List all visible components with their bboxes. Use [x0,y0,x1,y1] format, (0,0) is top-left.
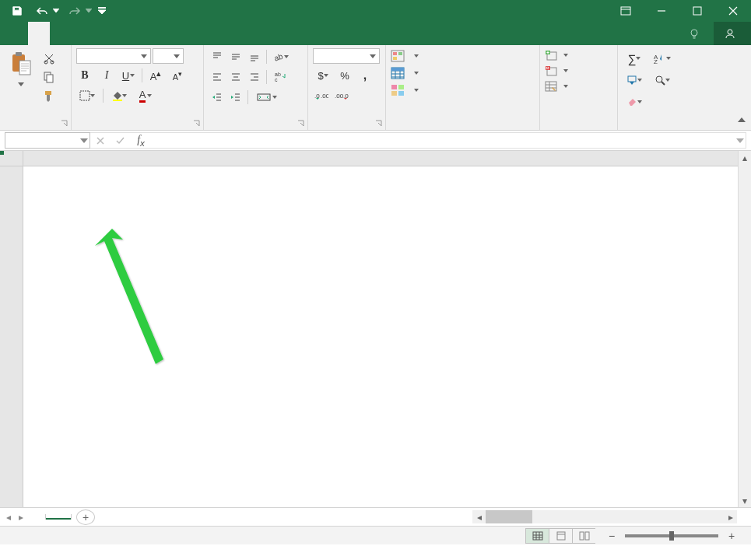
scroll-left-button[interactable]: ◂ [472,512,486,523]
align-right-button[interactable] [246,68,263,86]
cell-styles-button[interactable] [391,84,419,96]
underline-button[interactable]: U [120,67,137,84]
increase-indent-button[interactable] [227,89,244,106]
zoom-slider[interactable] [625,534,718,537]
scroll-up-button[interactable]: ▴ [739,151,751,164]
scroll-right-button[interactable]: ▸ [724,512,737,523]
next-sheet-button[interactable]: ▸ [19,512,23,523]
decrease-font-button[interactable]: A▾ [169,67,186,84]
increase-font-button[interactable]: A▴ [147,67,164,84]
select-all-corner[interactable] [0,151,23,166]
number-format-select[interactable] [313,48,380,64]
name-box[interactable] [5,132,90,149]
tab-insert[interactable] [50,22,72,45]
prev-sheet-button[interactable]: ◂ [6,512,11,523]
font-color-button[interactable]: A [135,87,156,104]
save-button[interactable] [6,0,28,22]
italic-button[interactable]: I [98,67,115,84]
tab-page-layout[interactable] [72,22,93,45]
group-number: $ % , .0.00 .00.0 [308,45,386,130]
expand-formula-bar[interactable] [736,135,744,146]
scroll-down-button[interactable]: ▾ [739,494,751,507]
clipboard-launcher[interactable] [60,119,69,128]
font-size-select[interactable] [153,48,184,64]
zoom-in-button[interactable]: + [725,530,739,542]
minimize-button[interactable] [644,0,679,22]
cancel-formula-button[interactable] [90,133,111,148]
decrease-decimal-button[interactable]: .00.0 [333,87,350,104]
zoom-out-button[interactable]: − [605,530,619,542]
borders-button[interactable] [76,87,98,104]
align-middle-button[interactable] [227,48,244,65]
tab-home[interactable] [28,22,50,45]
conditional-formatting-button[interactable] [391,50,419,62]
quick-access-toolbar [0,0,107,22]
share-button[interactable] [714,22,751,45]
new-sheet-button[interactable]: + [76,509,95,525]
align-bottom-button[interactable] [246,48,263,65]
orientation-button[interactable]: ab [270,48,292,65]
group-editing: ∑ AZ [618,45,690,130]
svg-rect-27 [391,85,397,89]
clear-button[interactable] [623,93,646,110]
tell-me-search[interactable] [679,28,714,39]
undo-button[interactable] [31,0,53,22]
align-top-button[interactable] [209,48,226,65]
fill-button[interactable] [623,72,646,89]
find-select-button[interactable] [651,72,674,89]
qat-customize[interactable] [97,0,107,22]
grid-view-icon [532,531,543,541]
horizontal-scrollbar[interactable]: ◂ ▸ [472,510,737,523]
tab-data[interactable] [115,22,137,45]
tab-foxit-pdf[interactable] [181,22,202,45]
delete-cells-button[interactable] [545,65,568,76]
close-button[interactable] [715,0,751,22]
merge-center-button[interactable] [251,89,283,106]
redo-dropdown[interactable] [84,0,93,22]
hscroll-thumb[interactable] [486,510,532,523]
autosum-button[interactable]: ∑ [623,50,646,67]
align-center-button[interactable] [227,68,244,86]
number-launcher[interactable] [374,119,384,128]
undo-dropdown[interactable] [51,0,61,22]
enter-formula-button[interactable] [111,133,131,148]
font-name-select[interactable] [76,48,151,64]
format-cells-button[interactable] [545,81,568,92]
tab-file[interactable] [0,22,28,45]
insert-function-button[interactable]: fx [131,133,151,148]
align-left-button[interactable] [209,68,226,86]
copy-button[interactable] [40,68,58,86]
wrap-text-button[interactable]: abc [270,68,292,86]
fill-color-button[interactable] [108,87,130,104]
sheet-tab-sheet1[interactable] [45,514,72,520]
format-painter-button[interactable] [40,87,58,104]
tab-review[interactable] [137,22,159,45]
font-launcher[interactable] [192,119,202,128]
increase-decimal-button[interactable]: .0.00 [313,87,330,104]
formula-input[interactable] [151,132,746,149]
brush-icon [43,89,55,102]
maximize-button[interactable] [679,0,715,22]
bold-button[interactable]: B [76,67,93,84]
ribbon-display-options[interactable] [608,0,644,22]
tab-view[interactable] [159,22,181,45]
redo-button[interactable] [64,0,86,22]
percent-format-button[interactable]: % [336,67,353,84]
status-bar: − + [0,526,751,544]
accounting-format-button[interactable]: $ [313,67,333,84]
vertical-scrollbar[interactable]: ▴ ▾ [738,151,751,507]
insert-cells-button[interactable] [545,50,568,61]
collapse-ribbon-button[interactable] [735,114,748,127]
normal-view-button[interactable] [525,528,549,544]
format-as-table-button[interactable] [391,67,419,79]
page-layout-view-button[interactable] [549,528,572,544]
zoom-thumb[interactable] [669,531,674,541]
cut-button[interactable] [40,50,58,67]
alignment-launcher[interactable] [297,119,306,128]
paste-button[interactable] [5,48,37,89]
page-break-view-button[interactable] [572,528,595,544]
decrease-indent-button[interactable] [209,89,226,106]
tab-formulas[interactable] [93,22,115,45]
comma-format-button[interactable]: , [356,67,374,84]
sort-filter-button[interactable]: AZ [651,50,674,67]
